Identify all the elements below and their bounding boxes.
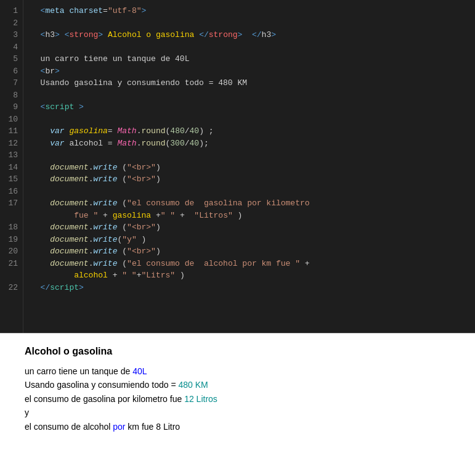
code-editor: 1 2 3 4 5 6 7 8 9 10 11 12 13 14 15 16 1… bbox=[0, 0, 475, 333]
output-title: Alcohol o gasolina bbox=[25, 346, 450, 357]
code-content: <meta charset="utf-8"> <h3> <strong> Alc… bbox=[23, 0, 475, 333]
output-line3: el consumo de gasolina por kilometro fue… bbox=[25, 392, 450, 406]
output-line2: Usando gasolina y consumiendo todo = 480… bbox=[25, 378, 450, 392]
output-line5: el consumo de alcohol por km fue 8 Litro bbox=[25, 420, 450, 433]
line-numbers: 1 2 3 4 5 6 7 8 9 10 11 12 13 14 15 16 1… bbox=[0, 0, 23, 333]
output-line4: y bbox=[25, 406, 450, 419]
output-panel: Alcohol o gasolina un carro tiene un tan… bbox=[0, 333, 475, 446]
output-line1: un carro tiene un tanque de 40L bbox=[25, 364, 450, 378]
